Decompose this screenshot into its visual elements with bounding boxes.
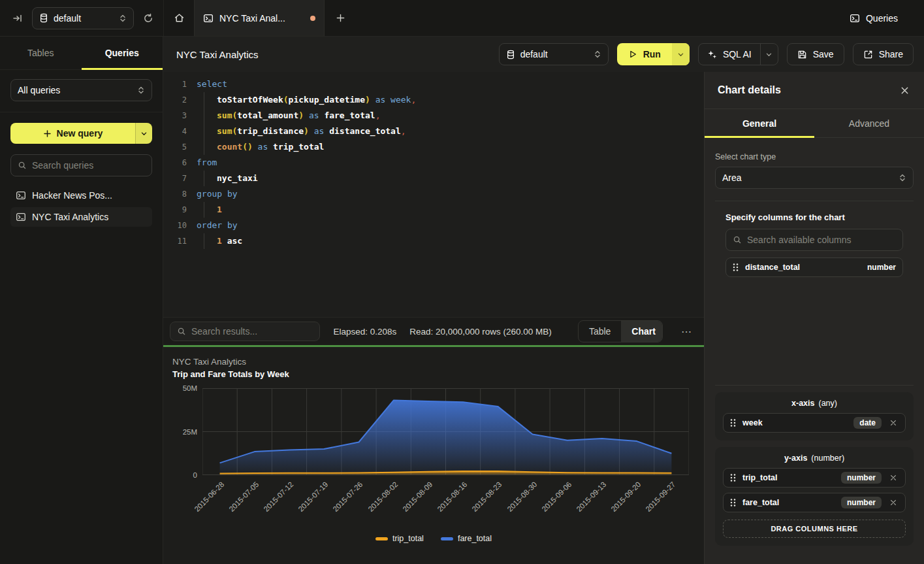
code-line[interactable]: 7nyc_taxi — [163, 171, 704, 186]
results-view-toggle: Table Chart — [578, 320, 663, 342]
code-text: 1 — [187, 202, 222, 218]
column-name: fare_total — [742, 498, 779, 507]
close-icon — [889, 474, 897, 482]
search-results-box — [170, 322, 320, 341]
code-text: sum(trip_distance) as distance_total, — [187, 124, 406, 139]
refresh-button[interactable] — [141, 11, 155, 25]
run-options-caret[interactable] — [672, 43, 690, 65]
remove-column-button[interactable] — [888, 497, 899, 508]
x-axis-label: x-axis — [791, 399, 814, 408]
drag-handle-icon[interactable] — [730, 498, 736, 507]
save-button[interactable]: Save — [787, 43, 844, 65]
tab-advanced[interactable]: Advanced — [814, 109, 924, 137]
query-filter-select[interactable]: All queries — [10, 79, 152, 101]
legend-label: trip_total — [392, 534, 424, 543]
code-line[interactable]: 4sum(trip_distance) as distance_total, — [163, 124, 704, 139]
collapse-sidebar-button[interactable] — [10, 11, 25, 25]
view-tab-table[interactable]: Table — [579, 321, 621, 342]
sql-ai-caret[interactable] — [760, 44, 778, 65]
tab-strip: NYC Taxi Anal... — [163, 0, 357, 36]
legend-item[interactable]: fare_total — [441, 534, 492, 543]
legend-item[interactable]: trip_total — [375, 534, 424, 543]
sql-ai-button[interactable]: SQL AI — [698, 43, 778, 65]
code-text: group by — [187, 186, 238, 202]
chart-plot-area[interactable] — [202, 388, 689, 475]
new-query-button[interactable]: New query — [10, 123, 152, 144]
x-axis-column-week[interactable]: week date — [723, 413, 906, 433]
query-list: Hacker News Pos... NYC Taxi Analytics — [10, 186, 152, 227]
run-button-main: Run — [617, 43, 672, 65]
drag-handle-icon[interactable] — [730, 418, 736, 427]
main-column: NYC Taxi Analytics default Run — [163, 37, 924, 564]
code-line[interactable]: 5count() as trip_total — [163, 139, 704, 155]
chevron-down-icon — [140, 130, 148, 137]
query-list-item-hacker-news[interactable]: Hacker News Pos... — [10, 186, 152, 205]
code-text: count() as trip_total — [187, 139, 324, 155]
indent-guide — [204, 202, 217, 218]
new-tab-button[interactable] — [325, 0, 357, 36]
column-type-badge: number — [841, 472, 882, 484]
sidebar-tab-queries[interactable]: Queries — [82, 37, 163, 69]
chart-subtitle: Trip and Fare Totals by Week — [172, 369, 289, 379]
home-tab[interactable] — [163, 0, 194, 36]
code-line[interactable]: 111 asc — [163, 233, 704, 249]
top-bar-spacer — [357, 0, 850, 36]
query-title: NYC Taxi Analytics — [176, 49, 259, 60]
code-line[interactable]: 3sum(total_amount) as fare_total, — [163, 108, 704, 124]
share-icon — [863, 50, 873, 59]
code-line[interactable]: 91 — [163, 202, 704, 218]
available-column-distance-total[interactable]: distance_total number — [725, 257, 903, 277]
tab-nyc-taxi-analytics[interactable]: NYC Taxi Anal... — [194, 0, 325, 36]
query-list-item-nyc-taxi[interactable]: NYC Taxi Analytics — [10, 207, 152, 227]
indent-guide — [204, 233, 217, 249]
run-button[interactable]: Run — [617, 43, 690, 65]
query-item-label: NYC Taxi Analytics — [32, 212, 108, 222]
search-columns-input[interactable] — [747, 235, 896, 245]
details-title: Chart details — [718, 84, 781, 96]
database-selector-toolbar[interactable]: default — [499, 43, 609, 65]
sql-editor[interactable]: 1select2toStartOfWeek(pickup_datetime) a… — [163, 72, 704, 317]
chart-type-select[interactable]: Area — [715, 167, 914, 189]
chevron-down-icon — [765, 51, 773, 58]
chart-type-value: Area — [722, 173, 742, 183]
y-axis-card: y-axis (number) trip_total number — [715, 447, 914, 546]
search-queries-box — [10, 154, 152, 176]
x-axis-accepts: (any) — [818, 399, 836, 408]
search-queries-input[interactable] — [32, 160, 145, 171]
code-text: nyc_taxi — [187, 171, 258, 186]
code-line[interactable]: 1select — [163, 76, 704, 92]
code-text: 1 asc — [187, 233, 242, 249]
code-line[interactable]: 10order by — [163, 218, 704, 233]
column-name: distance_total — [745, 263, 800, 272]
drag-handle-icon[interactable] — [730, 473, 736, 482]
sql-ai-label: SQL AI — [723, 49, 752, 59]
remove-column-button[interactable] — [888, 418, 899, 428]
drag-columns-drop-zone[interactable]: DRAG COLUMNS HERE — [723, 520, 906, 538]
database-selector-top[interactable]: default — [32, 7, 134, 29]
chart-title: NYC Taxi Analytics — [172, 357, 246, 367]
indent-guide — [204, 92, 217, 108]
share-button[interactable]: Share — [853, 43, 914, 65]
code-line[interactable]: 8group by — [163, 186, 704, 202]
new-query-caret[interactable] — [135, 123, 152, 144]
results-more-button[interactable]: ⋯ — [676, 325, 697, 338]
code-line[interactable]: 6from — [163, 155, 704, 171]
search-results-input[interactable] — [191, 326, 313, 337]
y-axis-column-fare-total[interactable]: fare_total number — [723, 493, 906, 512]
column-type: number — [867, 263, 896, 272]
tab-title: NYC Taxi Anal... — [219, 13, 304, 24]
close-details-button[interactable] — [899, 84, 911, 97]
center-column: 1select2toStartOfWeek(pickup_datetime) a… — [163, 72, 704, 564]
columns-group: Specify columns for the chart — [725, 201, 903, 277]
drag-handle-icon[interactable] — [733, 263, 739, 272]
sidebar-tab-tables[interactable]: Tables — [0, 37, 82, 69]
code-text: sum(total_amount) as fare_total, — [187, 108, 380, 124]
tab-general[interactable]: General — [705, 109, 814, 137]
view-tab-chart[interactable]: Chart — [621, 321, 663, 342]
queries-button[interactable]: Queries — [850, 0, 924, 36]
remove-column-button[interactable] — [888, 473, 899, 483]
code-line[interactable]: 2toStartOfWeek(pickup_datetime) as week, — [163, 92, 704, 108]
y-axis-label: y-axis — [784, 454, 807, 463]
details-tabs: General Advanced — [705, 108, 924, 138]
y-axis-column-trip-total[interactable]: trip_total number — [723, 468, 906, 488]
